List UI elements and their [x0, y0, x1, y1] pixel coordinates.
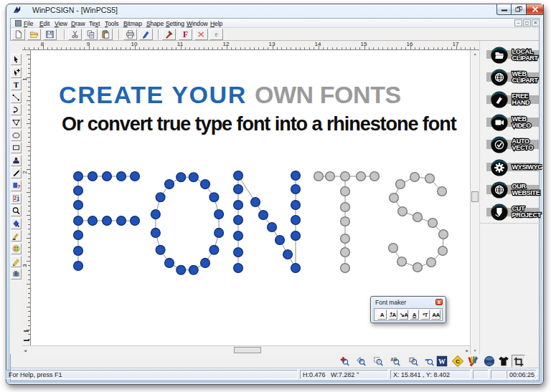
svg-text:WEBSITE: WEBSITE: [512, 189, 540, 196]
svg-text:WYSIWYG: WYSIWYG: [512, 163, 543, 171]
svg-text:PROJECT: PROJECT: [512, 211, 542, 219]
svg-text:CLIPART: CLIPART: [512, 54, 539, 62]
svg-text:CLIPART: CLIPART: [512, 77, 539, 84]
svg-text:W: W: [438, 358, 446, 365]
svg-text:HAND: HAND: [512, 99, 531, 106]
svg-text:VECTO: VECTO: [512, 144, 534, 151]
svg-text:C: C: [456, 358, 460, 365]
svg-text:VIDEO: VIDEO: [512, 122, 532, 129]
